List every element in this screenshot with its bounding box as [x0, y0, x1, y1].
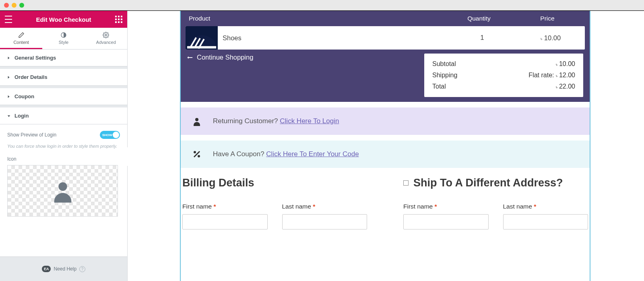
section-label: Login: [14, 113, 29, 119]
login-banner: Returning Customer? Click Here To Login: [181, 107, 590, 135]
order-summary: Product Quantity Price Shoes 1: [181, 11, 590, 102]
billing-column: Billing Details First name * Last name *: [182, 177, 367, 229]
login-link[interactable]: Click Here To Login: [280, 117, 339, 125]
gear-icon: [103, 32, 109, 38]
login-panel: Show Preview of Login SHOW You can force…: [0, 124, 127, 221]
continue-shopping-link[interactable]: 🠔 Continue Shopping: [187, 54, 253, 61]
billing-last-name-label: Last name *: [282, 203, 367, 210]
tab-advanced-label: Advanced: [96, 40, 116, 45]
window-minimize-dot[interactable]: [12, 3, 17, 8]
shipping-last-name-label: Last name *: [503, 203, 588, 210]
section-login[interactable]: Login: [0, 107, 127, 124]
pencil-icon: [18, 32, 25, 38]
product-price: ৳10.00: [516, 34, 585, 42]
section-label: General Settings: [14, 55, 56, 61]
coupon-banner-text: Have A Coupon?: [213, 150, 264, 158]
order-totals: Subtotal ৳10.00 Shipping Flat rate: ৳12.…: [424, 54, 583, 97]
sidebar-tabs: Content Style Advanced: [0, 28, 127, 50]
col-header-price: Price: [513, 15, 582, 22]
sidebar-sections: General Settings Order Details Coupon Lo…: [0, 50, 127, 256]
product-qty: 1: [448, 34, 516, 42]
sidebar-header: Edit Woo Checkout: [0, 11, 127, 28]
toggle-state-label: SHOW: [100, 133, 112, 137]
preview-area: Product Quantity Price Shoes 1: [128, 11, 644, 281]
tab-style-label: Style: [59, 40, 68, 45]
shoe-icon: [186, 30, 217, 50]
icon-picker[interactable]: [7, 165, 118, 217]
shipping-first-name-input[interactable]: [403, 214, 489, 229]
ea-badge: EA: [42, 266, 51, 272]
billing-first-name-label: First name *: [182, 203, 268, 210]
ship-different-checkbox[interactable]: [403, 180, 409, 186]
svg-point-2: [58, 182, 67, 190]
arrow-left-icon: 🠔: [187, 54, 193, 61]
shipping-label: Shipping: [432, 72, 457, 79]
order-item-row: Shoes 1 ৳10.00: [186, 26, 585, 50]
apps-icon[interactable]: [115, 16, 122, 23]
svg-point-1: [105, 34, 107, 36]
billing-title: Billing Details: [182, 177, 367, 189]
sidebar-title: Edit Woo Checkout: [12, 16, 115, 23]
toggle-label: Show Preview of Login: [7, 132, 56, 138]
total-value: ৳22.00: [556, 83, 575, 90]
section-label: Order Details: [14, 74, 47, 80]
window-zoom-dot[interactable]: [19, 3, 24, 8]
icon-field-label: Icon: [7, 156, 120, 162]
product-name: Shoes: [218, 34, 448, 42]
need-help-link[interactable]: Need Help: [54, 266, 76, 272]
shipping-value: Flat rate: ৳12.00: [528, 72, 575, 79]
col-header-product: Product: [189, 15, 445, 22]
continue-shopping-label: Continue Shopping: [197, 54, 253, 61]
svg-point-6: [198, 155, 200, 157]
section-general-settings[interactable]: General Settings: [0, 50, 127, 66]
canvas: Product Quantity Price Shoes 1: [180, 11, 590, 281]
caret-down-icon: [7, 114, 10, 118]
section-order-details[interactable]: Order Details: [0, 69, 127, 86]
menu-icon[interactable]: [5, 16, 12, 23]
caret-right-icon: [7, 76, 10, 79]
billing-last-name-input[interactable]: [282, 214, 367, 229]
tab-content-label: Content: [13, 40, 29, 45]
section-label: Coupon: [14, 93, 34, 99]
shipping-title: Ship To A Different Address?: [413, 177, 563, 189]
caret-right-icon: [7, 95, 10, 98]
svg-point-4: [195, 118, 198, 121]
user-icon: [50, 178, 76, 204]
shipping-column: Ship To A Different Address? First name …: [403, 177, 588, 229]
subtotal-value: ৳10.00: [556, 60, 575, 68]
caret-right-icon: [7, 56, 10, 60]
contrast-icon: [60, 32, 67, 38]
svg-point-5: [194, 151, 196, 153]
window-close-dot[interactable]: [4, 3, 9, 8]
tab-advanced[interactable]: Advanced: [85, 28, 127, 49]
section-coupon[interactable]: Coupon: [0, 88, 127, 105]
login-banner-text: Returning Customer?: [213, 117, 278, 125]
subtotal-label: Subtotal: [432, 60, 456, 68]
show-preview-toggle[interactable]: SHOW: [100, 131, 120, 139]
user-icon: [192, 116, 202, 126]
editor-sidebar: Edit Woo Checkout Content Style Advanced: [0, 11, 128, 281]
help-icon[interactable]: ?: [79, 266, 85, 272]
percent-icon: [192, 149, 202, 159]
tab-content[interactable]: Content: [0, 28, 42, 49]
shipping-last-name-input[interactable]: [503, 214, 588, 229]
billing-first-name-input[interactable]: [182, 214, 268, 229]
tab-style[interactable]: Style: [42, 28, 85, 49]
checkout-forms: Billing Details First name * Last name *: [181, 177, 590, 229]
coupon-link[interactable]: Click Here To Enter Your Code: [266, 150, 359, 158]
svg-rect-3: [187, 46, 216, 49]
sidebar-footer: EA Need Help ?: [0, 256, 127, 281]
product-thumbnail: [186, 26, 218, 50]
window-titlebar: [0, 0, 644, 10]
shipping-first-name-label: First name *: [403, 203, 489, 210]
col-header-quantity: Quantity: [445, 15, 513, 22]
toggle-help-text: You can force show login in order to sty…: [7, 143, 120, 150]
coupon-banner: Have A Coupon? Click Here To Enter Your …: [181, 140, 590, 168]
total-label: Total: [432, 83, 446, 90]
